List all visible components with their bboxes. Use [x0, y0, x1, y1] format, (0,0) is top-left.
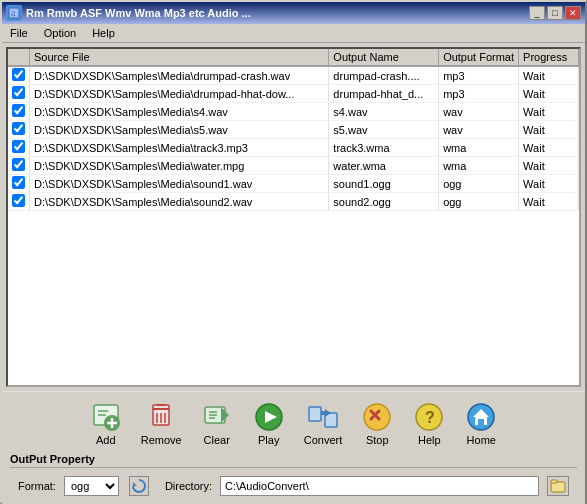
- table-row: D:\SDK\DXSDK\Samples\Media\sound1.wav so…: [8, 175, 579, 193]
- row-source: D:\SDK\DXSDK\Samples\Media\sound2.wav: [30, 193, 329, 211]
- table-row: D:\SDK\DXSDK\Samples\Media\s4.wav s4.wav…: [8, 103, 579, 121]
- row-checkbox[interactable]: [8, 139, 30, 157]
- menu-help[interactable]: Help: [88, 26, 119, 40]
- table-row: D:\SDK\DXSDK\Samples\Media\track3.mp3 tr…: [8, 139, 579, 157]
- format-select[interactable]: ogg mp3 wav wma aac: [64, 476, 119, 496]
- clear-label: Clear: [204, 434, 230, 446]
- row-output: sound2.ogg: [329, 193, 439, 211]
- row-progress: Wait: [519, 139, 579, 157]
- row-format: wma: [439, 157, 519, 175]
- browse-button[interactable]: [547, 476, 569, 496]
- remove-label: Remove: [141, 434, 182, 446]
- stop-icon: [361, 401, 393, 433]
- table-row: D:\SDK\DXSDK\Samples\Media\drumpad-crash…: [8, 66, 579, 85]
- col-output: Output Name: [329, 49, 439, 66]
- col-format: Output Format: [439, 49, 519, 66]
- row-source: D:\SDK\DXSDK\Samples\Media\s5.wav: [30, 121, 329, 139]
- row-output: track3.wma: [329, 139, 439, 157]
- row-checkbox[interactable]: [8, 121, 30, 139]
- svg-rect-18: [309, 407, 321, 421]
- row-format: wma: [439, 139, 519, 157]
- convert-icon: [307, 401, 339, 433]
- remove-button[interactable]: Remove: [134, 398, 189, 449]
- row-format: wav: [439, 103, 519, 121]
- play-button[interactable]: Play: [245, 398, 293, 449]
- maximize-button[interactable]: □: [547, 6, 563, 20]
- menu-file[interactable]: File: [6, 26, 32, 40]
- row-format: mp3: [439, 66, 519, 85]
- row-source: D:\SDK\DXSDK\Samples\Media\s4.wav: [30, 103, 329, 121]
- row-format: wav: [439, 121, 519, 139]
- row-output: water.wma: [329, 157, 439, 175]
- toolbar: Add Remove: [2, 391, 585, 453]
- row-output: drumpad-hhat_d...: [329, 85, 439, 103]
- bottom-bar: Format: ogg mp3 wav wma aac Directory:: [10, 467, 577, 503]
- row-checkbox[interactable]: [8, 103, 30, 121]
- table-row: D:\SDK\DXSDK\Samples\Media\water.mpg wat…: [8, 157, 579, 175]
- window-title: Rm Rmvb ASF Wmv Wma Mp3 etc Audio ...: [26, 7, 251, 19]
- menu-bar: File Option Help: [2, 24, 585, 43]
- convert-label: Convert: [304, 434, 343, 446]
- row-output: s4.wav: [329, 103, 439, 121]
- title-bar: ♫ Rm Rmvb ASF Wmv Wma Mp3 etc Audio ... …: [2, 2, 585, 24]
- row-format: ogg: [439, 175, 519, 193]
- remove-icon: [145, 401, 177, 433]
- row-source: D:\SDK\DXSDK\Samples\Media\sound1.wav: [30, 175, 329, 193]
- row-progress: Wait: [519, 121, 579, 139]
- spin-button[interactable]: [129, 476, 149, 496]
- row-source: D:\SDK\DXSDK\Samples\Media\water.mpg: [30, 157, 329, 175]
- format-label: Format:: [18, 480, 56, 492]
- output-property-label: OutPut Property: [10, 453, 577, 465]
- minimize-button[interactable]: _: [529, 6, 545, 20]
- row-progress: Wait: [519, 193, 579, 211]
- svg-text:?: ?: [425, 409, 435, 426]
- menu-option[interactable]: Option: [40, 26, 80, 40]
- row-output: drumpad-crash....: [329, 66, 439, 85]
- row-format: mp3: [439, 85, 519, 103]
- row-source: D:\SDK\DXSDK\Samples\Media\track3.mp3: [30, 139, 329, 157]
- clear-icon: [201, 401, 233, 433]
- help-icon: ?: [413, 401, 445, 433]
- main-window: ♫ Rm Rmvb ASF Wmv Wma Mp3 etc Audio ... …: [0, 0, 587, 504]
- row-checkbox[interactable]: [8, 66, 30, 85]
- add-button[interactable]: Add: [82, 398, 130, 449]
- help-label: Help: [418, 434, 441, 446]
- play-label: Play: [258, 434, 279, 446]
- close-button[interactable]: ✕: [565, 6, 581, 20]
- convert-button[interactable]: Convert: [297, 398, 350, 449]
- table-row: D:\SDK\DXSDK\Samples\Media\sound2.wav so…: [8, 193, 579, 211]
- row-output: s5.wav: [329, 121, 439, 139]
- add-icon: [90, 401, 122, 433]
- home-icon: [465, 401, 497, 433]
- row-checkbox[interactable]: [8, 157, 30, 175]
- bottom-section: OutPut Property Format: ogg mp3 wav wma …: [2, 453, 585, 504]
- row-progress: Wait: [519, 157, 579, 175]
- table-row: D:\SDK\DXSDK\Samples\Media\s5.wav s5.wav…: [8, 121, 579, 139]
- svg-rect-25: [478, 419, 484, 425]
- col-progress: Progress: [519, 49, 579, 66]
- row-progress: Wait: [519, 103, 579, 121]
- row-checkbox[interactable]: [8, 193, 30, 211]
- home-label: Home: [467, 434, 496, 446]
- row-progress: Wait: [519, 66, 579, 85]
- file-table-container: Source File Output Name Output Format Pr…: [6, 47, 581, 387]
- row-checkbox[interactable]: [8, 85, 30, 103]
- help-button[interactable]: ? Help: [405, 398, 453, 449]
- directory-input[interactable]: [220, 476, 539, 496]
- clear-button[interactable]: Clear: [193, 398, 241, 449]
- main-area: Source File Output Name Output Format Pr…: [2, 43, 585, 391]
- file-table: Source File Output Name Output Format Pr…: [8, 49, 579, 211]
- stop-button[interactable]: Stop: [353, 398, 401, 449]
- col-check: [8, 49, 30, 66]
- home-button[interactable]: Home: [457, 398, 505, 449]
- row-source: D:\SDK\DXSDK\Samples\Media\drumpad-crash…: [30, 66, 329, 85]
- svg-marker-26: [133, 482, 137, 486]
- add-label: Add: [96, 434, 116, 446]
- row-format: ogg: [439, 193, 519, 211]
- row-checkbox[interactable]: [8, 175, 30, 193]
- row-progress: Wait: [519, 85, 579, 103]
- table-row: D:\SDK\DXSDK\Samples\Media\drumpad-hhat-…: [8, 85, 579, 103]
- col-source: Source File: [30, 49, 329, 66]
- svg-rect-28: [551, 480, 557, 483]
- play-icon: [253, 401, 285, 433]
